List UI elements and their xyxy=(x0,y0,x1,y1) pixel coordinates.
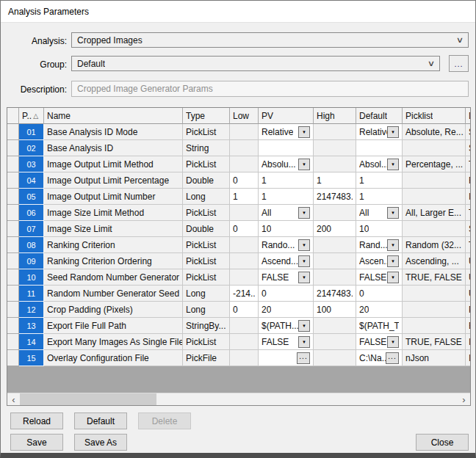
cell-pv[interactable]: FALSE▼ xyxy=(259,269,314,286)
row-number[interactable]: 14 xyxy=(19,334,44,350)
row-number[interactable]: 06 xyxy=(19,205,44,221)
cell-low[interactable]: 0 xyxy=(230,221,259,237)
cell-pv[interactable]: $(PATH...▼ xyxy=(259,318,314,334)
cell-pv[interactable]: ... xyxy=(259,350,314,366)
cell-high[interactable]: 2147483... xyxy=(314,286,356,302)
cell-pv[interactable]: Ascend...▼ xyxy=(259,253,314,269)
cell-pv[interactable]: 1 xyxy=(259,189,314,205)
row-number[interactable]: 13 xyxy=(19,318,44,334)
default-button[interactable]: Default xyxy=(74,412,127,429)
column-header-high[interactable]: High xyxy=(314,108,356,124)
save-as-button[interactable]: Save As xyxy=(74,434,127,451)
cell-browse-button[interactable]: ... xyxy=(297,352,310,364)
cell-dropdown-button[interactable]: ▼ xyxy=(298,272,310,283)
row-selector-header[interactable] xyxy=(7,108,19,124)
cell-dropdown-button[interactable]: ▼ xyxy=(387,255,399,267)
row-selector[interactable] xyxy=(7,286,19,302)
cell-default[interactable]: $(PATH_T... xyxy=(356,318,403,334)
cell-default[interactable] xyxy=(356,140,403,156)
row-number[interactable]: 07 xyxy=(19,221,44,237)
cell-dropdown-button[interactable]: ▼ xyxy=(298,239,310,251)
row-number[interactable]: 09 xyxy=(19,253,44,269)
row-selector[interactable] xyxy=(7,189,19,205)
cell-dropdown-button[interactable]: ▼ xyxy=(387,207,399,219)
cell-high[interactable]: 2147483... xyxy=(314,189,356,205)
row-selector[interactable] xyxy=(7,140,19,156)
cell-dropdown-button[interactable]: ▼ xyxy=(298,320,310,332)
scroll-left-arrow-icon[interactable]: ‹ xyxy=(7,393,20,406)
cell-dropdown-button[interactable]: ▼ xyxy=(387,239,399,251)
cell-low[interactable]: 1 xyxy=(230,189,259,205)
cell-default[interactable]: All▼ xyxy=(356,205,403,221)
row-selector[interactable] xyxy=(7,156,19,172)
row-number[interactable]: 03 xyxy=(19,156,44,172)
row-selector[interactable] xyxy=(7,221,19,237)
cell-pv[interactable]: Rando...▼ xyxy=(259,237,314,253)
cell-dropdown-button[interactable]: ▼ xyxy=(387,336,399,348)
cell-high[interactable]: 200 xyxy=(314,221,356,237)
cell-pv[interactable]: Relative▼ xyxy=(259,124,314,140)
row-selector[interactable] xyxy=(7,334,19,350)
cell-default[interactable]: 0 xyxy=(356,286,403,302)
titlebar[interactable]: Analysis Parameters xyxy=(1,1,475,23)
cell-pv[interactable]: 0 xyxy=(259,286,314,302)
cell-default[interactable]: 10 xyxy=(356,221,403,237)
cell-high[interactable]: 1 xyxy=(314,172,356,189)
cell-low[interactable]: -214... xyxy=(230,286,259,302)
cell-pv[interactable]: FALSE▼ xyxy=(259,334,314,350)
cell-dropdown-button[interactable]: ▼ xyxy=(298,255,310,267)
row-selector[interactable] xyxy=(7,350,19,366)
cell-default[interactable]: 1 xyxy=(356,172,403,189)
cell-default[interactable]: Rand...▼ xyxy=(356,237,403,253)
cell-high[interactable]: 100 xyxy=(314,302,356,318)
row-number[interactable]: 12 xyxy=(19,302,44,318)
row-number[interactable]: 11 xyxy=(19,286,44,302)
cell-default[interactable]: FALSE▼ xyxy=(356,269,403,286)
row-number[interactable]: 10 xyxy=(19,269,44,286)
cell-pv[interactable]: 20 xyxy=(259,302,314,318)
scroll-right-arrow-icon[interactable]: › xyxy=(458,393,470,406)
analysis-select[interactable]: Cropped Images ∨ xyxy=(71,32,469,48)
column-header-name[interactable]: Name xyxy=(44,108,183,124)
cell-default[interactable]: Absol...▼ xyxy=(356,156,403,172)
row-selector[interactable] xyxy=(7,253,19,269)
cell-default[interactable]: 1 xyxy=(356,189,403,205)
horizontal-scrollbar[interactable]: ‹ › xyxy=(7,393,470,405)
row-selector[interactable] xyxy=(7,205,19,221)
row-number[interactable]: 05 xyxy=(19,189,44,205)
cell-pv[interactable] xyxy=(259,140,314,156)
row-selector[interactable] xyxy=(7,237,19,253)
column-header-low[interactable]: Low xyxy=(230,108,259,124)
row-selector[interactable] xyxy=(7,172,19,189)
cell-pv[interactable]: Absolu...▼ xyxy=(259,156,314,172)
cell-dropdown-button[interactable]: ▼ xyxy=(387,159,399,170)
cell-dropdown-button[interactable]: ▼ xyxy=(387,126,399,138)
group-select[interactable]: Default ∨ xyxy=(71,56,440,71)
row-number[interactable]: 01 xyxy=(19,124,44,140)
cell-dropdown-button[interactable]: ▼ xyxy=(298,207,310,219)
scrollbar-thumb[interactable] xyxy=(20,393,156,406)
cell-low[interactable]: 0 xyxy=(230,302,259,318)
cell-dropdown-button[interactable]: ▼ xyxy=(387,272,399,283)
row-number[interactable]: 08 xyxy=(19,237,44,253)
cell-low[interactable]: 0 xyxy=(230,172,259,189)
row-number[interactable]: 15 xyxy=(19,350,44,366)
row-number[interactable]: 02 xyxy=(19,140,44,156)
row-selector[interactable] xyxy=(7,302,19,318)
cell-dropdown-button[interactable]: ▼ xyxy=(298,126,310,138)
row-selector[interactable] xyxy=(7,318,19,334)
group-browse-button[interactable]: ... xyxy=(449,55,469,72)
column-header-pv[interactable]: PV xyxy=(259,108,314,124)
column-header-picklist[interactable]: Picklist xyxy=(403,108,466,124)
cell-default[interactable]: C:\Na...... xyxy=(356,350,403,366)
cell-default[interactable]: Relative▼ xyxy=(356,124,403,140)
row-selector[interactable] xyxy=(7,269,19,286)
save-button[interactable]: Save xyxy=(10,434,63,451)
cell-pv[interactable]: 1 xyxy=(259,172,314,189)
column-header-d[interactable]: D xyxy=(466,108,471,124)
column-header-default[interactable]: Default xyxy=(356,108,403,124)
cell-pv[interactable]: All▼ xyxy=(259,205,314,221)
column-header-type[interactable]: Type xyxy=(183,108,230,124)
cell-default[interactable]: 20 xyxy=(356,302,403,318)
reload-button[interactable]: Reload xyxy=(10,412,63,429)
